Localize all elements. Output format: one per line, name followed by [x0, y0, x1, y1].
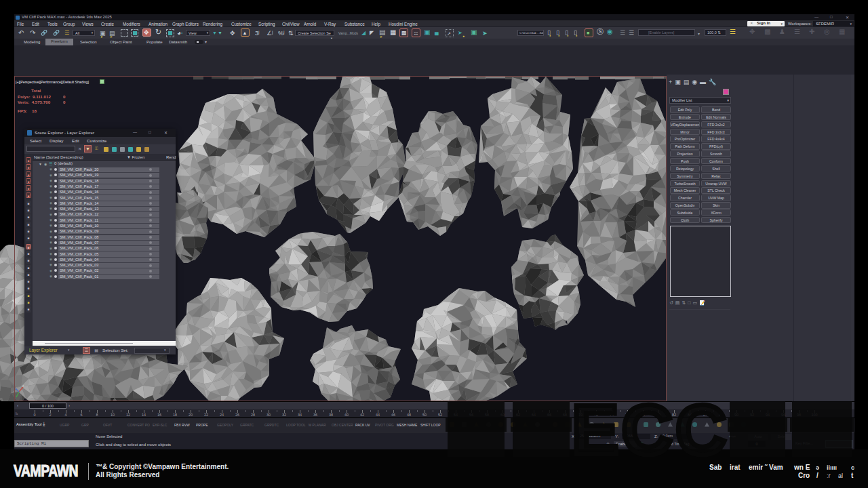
- svg-text:z: z: [22, 384, 24, 388]
